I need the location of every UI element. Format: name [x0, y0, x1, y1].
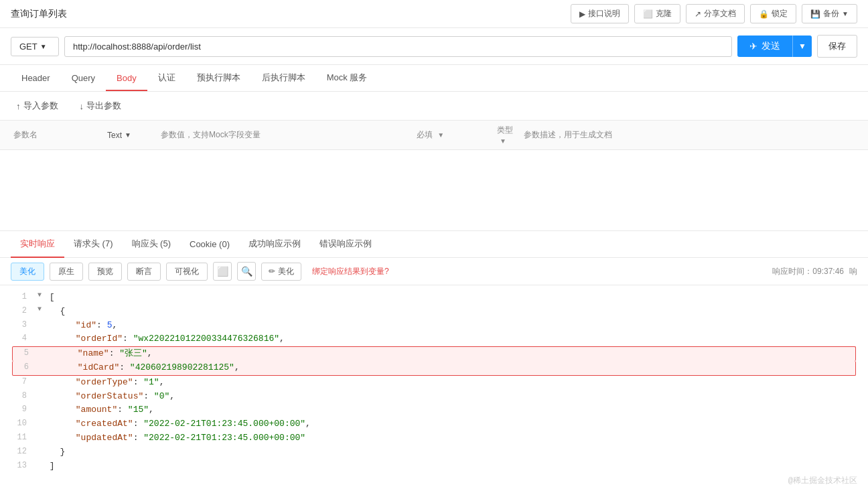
response-tabs: 实时响应 请求头 (7) 响应头 (5) Cookie (0) 成功响应示例 错…: [0, 230, 868, 258]
response-extra: 响: [849, 266, 857, 277]
title-bar: 查询订单列表 ▶ 接口说明 ⬜ 克隆 ↗ 分享文档 🔒 锁定 💾 备份 ▼: [0, 0, 868, 28]
api-doc-button[interactable]: ▶ 接口说明: [571, 4, 629, 23]
json-line-9: 9 ▼ "amount": "15",: [11, 403, 857, 417]
toggle-1[interactable]: ▼: [35, 291, 44, 300]
method-label: GET: [19, 42, 38, 52]
json-line-2: 2 ▼ {: [11, 305, 857, 319]
url-bar: GET ▼ ✈ 发送 ▼ 保存: [0, 28, 868, 65]
view-preview-button[interactable]: 预览: [88, 263, 122, 281]
bind-result-link[interactable]: 绑定响应结果到变量?: [312, 266, 389, 277]
send-dropdown-button[interactable]: ▼: [793, 37, 812, 56]
search-button[interactable]: 🔍: [237, 262, 256, 281]
main-tabs: Header Query Body 认证 预执行脚本 后执行脚本 Mock 服务: [0, 65, 868, 92]
view-beautify-button[interactable]: 美化: [11, 263, 44, 281]
json-viewer: 1 ▼ [ 2 ▼ { 3 ▼ "id": 5, 4 ▼ "orderId": …: [0, 285, 868, 493]
json-line-3: 3 ▼ "id": 5,: [11, 319, 857, 333]
import-icon: ↑: [16, 101, 21, 111]
beautify-button[interactable]: ✏ 美化: [261, 263, 301, 281]
col-param-name: 参数名: [11, 129, 104, 141]
send-button-group: ✈ 发送 ▼: [737, 36, 812, 57]
tab-pre-script[interactable]: 预执行脚本: [186, 65, 251, 92]
wand-icon: ✏: [269, 267, 275, 276]
play-icon: ▶: [579, 9, 585, 19]
col-param-value: 参数值，支持Mock字段变量: [158, 129, 414, 141]
export-params-button[interactable]: ↓ 导出参数: [74, 97, 127, 115]
watermark: @稀土掘金技术社区: [788, 475, 857, 488]
json-line-6: 6 ▼ "idCard": "420602198902281125",: [12, 361, 856, 376]
send-icon: ✈: [749, 41, 757, 52]
response-time: 响应时间：09:37:46: [772, 266, 844, 277]
view-assert-button[interactable]: 断言: [127, 263, 161, 281]
tab-response-headers[interactable]: 响应头 (5): [123, 231, 181, 258]
json-line-13: 13 ▼ ]: [11, 460, 857, 474]
params-toolbar: ↑ 导入参数 ↓ 导出参数: [0, 92, 868, 121]
save-button[interactable]: 保存: [817, 35, 857, 58]
share-icon: ↗: [695, 9, 701, 19]
json-line-10: 10 ▼ "createdAt": "2022-02-21T01:23:45.0…: [11, 417, 857, 431]
json-line-4: 4 ▼ "orderId": "wx2202210122003344763268…: [11, 332, 857, 346]
share-button[interactable]: ↗ 分享文档: [686, 4, 745, 23]
method-dropdown[interactable]: GET ▼: [11, 37, 59, 56]
export-icon: ↓: [80, 101, 84, 111]
tab-success-example[interactable]: 成功响应示例: [239, 231, 310, 258]
tab-auth[interactable]: 认证: [147, 65, 186, 92]
json-line-7: 7 ▼ "orderType": "1",: [11, 376, 857, 390]
import-params-button[interactable]: ↑ 导入参数: [11, 97, 64, 115]
page-title: 查询订单列表: [11, 8, 67, 20]
col-description: 参数描述，用于生成文档: [521, 129, 857, 141]
toggle-2[interactable]: ▼: [35, 305, 44, 314]
tab-query[interactable]: Query: [61, 66, 106, 91]
chevron-down-icon: ▼: [40, 43, 47, 50]
tab-body[interactable]: Body: [106, 66, 147, 91]
clone-button[interactable]: ⬜ 克隆: [634, 4, 680, 23]
col-required: 必填 ▼: [414, 129, 494, 141]
url-input[interactable]: [64, 36, 732, 57]
tab-cookie[interactable]: Cookie (0): [180, 232, 239, 257]
copy-button[interactable]: ⬜: [213, 262, 232, 281]
backup-button[interactable]: 💾 备份 ▼: [802, 4, 857, 23]
lock-icon: 🔒: [759, 9, 769, 19]
params-table-header: 参数名 Text ▼ 参数值，支持Mock字段变量 必填 ▼ 类型 ▼ 参数描述…: [0, 121, 868, 150]
tab-header[interactable]: Header: [11, 66, 61, 91]
clone-icon: ⬜: [643, 9, 653, 19]
lock-button[interactable]: 🔒 锁定: [750, 4, 796, 23]
view-raw-button[interactable]: 原生: [50, 263, 83, 281]
response-toolbar: 美化 原生 预览 断言 可视化 ⬜ 🔍 ✏ 美化 绑定响应结果到变量? 响应时间…: [0, 258, 868, 285]
col-type: 类型 ▼: [494, 125, 521, 145]
col-text-type[interactable]: Text ▼: [104, 131, 158, 140]
tab-realtime-response[interactable]: 实时响应: [11, 231, 64, 258]
tab-request-headers[interactable]: 请求头 (7): [64, 231, 123, 258]
backup-icon: 💾: [810, 9, 820, 19]
tab-post-script[interactable]: 后执行脚本: [251, 65, 316, 92]
tab-mock[interactable]: Mock 服务: [316, 65, 378, 92]
json-line-11: 11 ▼ "updatedAt": "2022-02-21T01:23:45.0…: [11, 431, 857, 445]
json-line-5: 5 ▼ "name": "张三",: [12, 346, 856, 361]
tab-error-example[interactable]: 错误响应示例: [310, 231, 381, 258]
json-line-8: 8 ▼ "orderStatus": "0",: [11, 390, 857, 404]
json-line-1: 1 ▼ [: [11, 291, 857, 305]
body-empty-area: [0, 150, 868, 230]
chevron-down-icon: ▼: [125, 131, 131, 139]
send-main-button[interactable]: ✈ 发送: [737, 36, 792, 57]
view-visual-button[interactable]: 可视化: [166, 263, 208, 281]
title-bar-actions: ▶ 接口说明 ⬜ 克隆 ↗ 分享文档 🔒 锁定 💾 备份 ▼: [571, 4, 857, 23]
json-line-12: 12 ▼ }: [11, 445, 857, 460]
